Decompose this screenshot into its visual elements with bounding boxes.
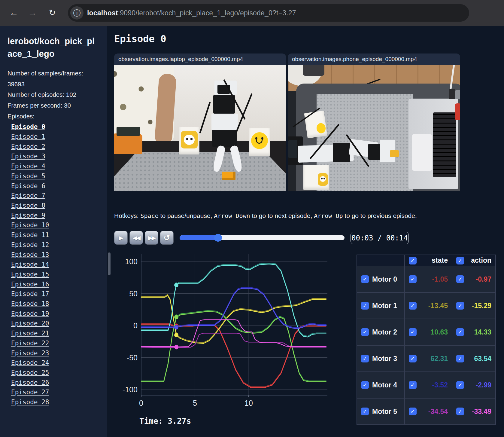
episode-link[interactable]: Episode 18 bbox=[11, 299, 107, 309]
episode-link[interactable]: Episode 12 bbox=[11, 240, 107, 250]
motor-state: -1.05 bbox=[420, 275, 448, 283]
motor-action: 63.54 bbox=[467, 355, 491, 363]
checkbox[interactable]: ✓ bbox=[361, 381, 369, 389]
checkbox[interactable]: ✓ bbox=[409, 302, 417, 310]
episode-link[interactable]: Episode 24 bbox=[11, 358, 107, 368]
episode-link[interactable]: Episode 15 bbox=[11, 270, 107, 280]
table-cell: ✓state bbox=[405, 255, 452, 266]
episode-link[interactable]: Episode 5 bbox=[11, 171, 107, 181]
checkbox[interactable]: ✓ bbox=[456, 381, 464, 389]
robot-motor-top bbox=[213, 95, 235, 114]
robot-bracket bbox=[211, 114, 238, 130]
video-card-phone: observation.images.phone_episode_000000.… bbox=[288, 53, 460, 191]
checkbox[interactable]: ✓ bbox=[361, 302, 369, 310]
site-info-icon[interactable]: ⓘ bbox=[70, 6, 83, 20]
controller-board bbox=[288, 140, 297, 158]
chart-canvas: 100500-50-1000510 bbox=[114, 237, 329, 413]
checkbox[interactable]: ✓ bbox=[361, 328, 369, 336]
scrollbar-thumb[interactable] bbox=[108, 252, 111, 275]
checkbox[interactable]: ✓ bbox=[409, 257, 417, 264]
episode-link[interactable]: Episode 4 bbox=[11, 161, 107, 171]
checkbox[interactable]: ✓ bbox=[409, 381, 417, 389]
url-path: :9090/lerobot/koch_pick_place_1_lego/epi… bbox=[118, 9, 296, 17]
episode-link[interactable]: Episode 7 bbox=[11, 191, 107, 201]
checkbox[interactable]: ✓ bbox=[409, 408, 417, 415]
motor-chart[interactable]: 100500-50-1000510 Time: 3.27s bbox=[114, 237, 329, 417]
table-cell: ✓63.54 bbox=[452, 345, 496, 372]
table-cell: ✓Motor 3 bbox=[357, 345, 405, 372]
checkbox[interactable]: ✓ bbox=[456, 355, 464, 362]
stat-samples: Number of samples/frames: 39693 bbox=[8, 68, 98, 89]
checkbox[interactable]: ✓ bbox=[361, 355, 369, 362]
red-object bbox=[455, 103, 460, 120]
lego-baseplate bbox=[114, 152, 286, 191]
table-cell: ✓-1.05 bbox=[405, 266, 452, 292]
episode-link[interactable]: Episode 14 bbox=[11, 260, 107, 270]
episode-link[interactable]: Episode 3 bbox=[11, 151, 107, 161]
panda-box bbox=[179, 127, 199, 154]
episode-link[interactable]: Episode 9 bbox=[11, 211, 107, 221]
motor-state: -13.45 bbox=[420, 302, 448, 310]
motor-action: 14.33 bbox=[467, 328, 491, 336]
back-icon[interactable]: ← bbox=[7, 5, 21, 20]
checkbox[interactable]: ✓ bbox=[456, 408, 464, 415]
checkbox[interactable]: ✓ bbox=[409, 275, 417, 283]
episode-link[interactable]: Episode 25 bbox=[11, 368, 107, 378]
svg-text:50: 50 bbox=[129, 289, 138, 298]
table-cell bbox=[357, 255, 405, 266]
episode-link[interactable]: Episode 22 bbox=[11, 338, 107, 348]
episode-link[interactable]: Episode 26 bbox=[11, 378, 107, 388]
episode-list: Episode 0Episode 1Episode 2Episode 3Epis… bbox=[11, 122, 107, 407]
table-cell: ✓Motor 4 bbox=[357, 372, 405, 398]
episode-link[interactable]: Episode 13 bbox=[11, 250, 107, 260]
checkbox[interactable]: ✓ bbox=[361, 408, 369, 415]
episode-link[interactable]: Episode 28 bbox=[11, 397, 107, 407]
checkbox[interactable]: ✓ bbox=[409, 328, 417, 336]
video-caption-phone: observation.images.phone_episode_000000.… bbox=[288, 53, 460, 65]
column-header-state: state bbox=[420, 256, 448, 264]
motor-state: -34.54 bbox=[420, 408, 448, 416]
motor-label: Motor 2 bbox=[372, 328, 397, 336]
episode-link[interactable]: Episode 20 bbox=[11, 319, 107, 329]
episode-link[interactable]: Episode 27 bbox=[11, 387, 107, 397]
address-bar[interactable]: ⓘ localhost:9090/lerobot/koch_pick_place… bbox=[68, 4, 469, 22]
checkbox[interactable]: ✓ bbox=[456, 328, 464, 336]
motor-state: 62.31 bbox=[420, 355, 448, 363]
checkbox[interactable]: ✓ bbox=[361, 275, 369, 283]
hotkeys-help: Hotkeys: Space to pause/unpause, Arrow D… bbox=[114, 212, 460, 219]
laptop bbox=[408, 99, 458, 189]
checkbox[interactable]: ✓ bbox=[456, 275, 464, 283]
episode-link[interactable]: Episode 6 bbox=[11, 181, 107, 191]
stat-episodes: Number of episodes: 102 bbox=[8, 89, 98, 100]
checkbox[interactable]: ✓ bbox=[456, 257, 464, 264]
episode-link[interactable]: Episode 17 bbox=[11, 289, 107, 299]
episode-link[interactable]: Episode 16 bbox=[11, 280, 107, 289]
episode-link[interactable]: Episode 21 bbox=[11, 329, 107, 338]
episode-link[interactable]: Episode 2 bbox=[11, 142, 107, 152]
checkbox[interactable]: ✓ bbox=[409, 355, 417, 362]
episode-link[interactable]: Episode 10 bbox=[11, 220, 107, 230]
url-host: localhost bbox=[87, 9, 118, 17]
episode-link[interactable]: Episode 1 bbox=[11, 132, 107, 142]
reload-icon[interactable]: ↻ bbox=[45, 5, 59, 20]
motor-label: Motor 1 bbox=[372, 302, 397, 310]
checkbox[interactable]: ✓ bbox=[456, 302, 464, 310]
forward-icon[interactable]: → bbox=[25, 5, 40, 20]
video-laptop[interactable] bbox=[114, 65, 286, 191]
motor-label: Motor 3 bbox=[372, 355, 397, 363]
table-cell: ✓Motor 5 bbox=[357, 398, 405, 425]
episode-link[interactable]: Episode 8 bbox=[11, 201, 107, 211]
episode-link[interactable]: Episode 11 bbox=[11, 230, 107, 240]
video-phone[interactable] bbox=[288, 65, 460, 191]
episode-link[interactable]: Episode 19 bbox=[11, 309, 107, 319]
hotkeys-text: to go to previous episode. bbox=[343, 212, 417, 219]
motor-label: Motor 0 bbox=[372, 275, 397, 283]
episode-link[interactable]: Episode 23 bbox=[11, 348, 107, 358]
motor-action: -33.49 bbox=[467, 408, 491, 416]
svg-text:5: 5 bbox=[193, 399, 197, 407]
episode-link[interactable]: Episode 0 bbox=[11, 122, 107, 132]
table-cell: ✓Motor 1 bbox=[357, 292, 405, 319]
motor-state: 10.63 bbox=[420, 328, 448, 336]
table-cell: ✓-33.49 bbox=[452, 398, 496, 425]
motor-label: Motor 5 bbox=[372, 408, 397, 416]
